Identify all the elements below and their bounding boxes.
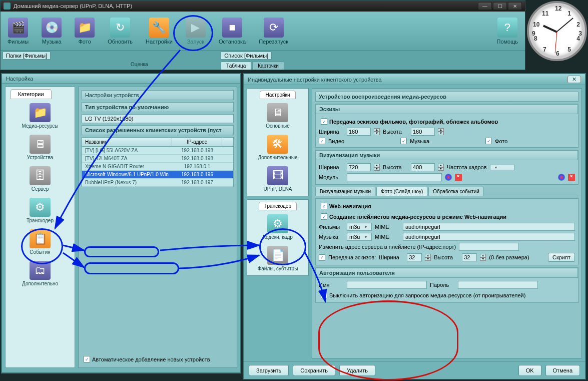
side-files[interactable]: 📄Файлы, субтитры — [249, 244, 306, 273]
tab-cards[interactable]: Карточки — [252, 62, 284, 70]
side-extra[interactable]: 🛠Дополнительные — [249, 133, 306, 162]
restart-button[interactable]: ⟳Перезапуск — [256, 17, 291, 46]
side-codecs[interactable]: ⚙Кодеки, кадр — [249, 212, 306, 242]
spinner[interactable]: ▲▼ — [374, 164, 380, 171]
settings-button[interactable]: 🔧Настройки — [143, 17, 176, 46]
main-toolbar: 🎬Фильмы 💿Музыка 📁Фото ↻Обновить 🔧Настрой… — [1, 12, 525, 51]
default-type-input[interactable] — [82, 114, 234, 123]
subbar: Папки [Фильмы] Список [Фильмы] — [1, 51, 525, 60]
films-icon: 🎬 — [8, 18, 28, 38]
films-format-combo[interactable]: m3u — [347, 223, 372, 231]
default-type-head: Тип устройства по-умолчанию — [82, 102, 234, 112]
help-icon: ? — [497, 18, 517, 38]
tab-slideshow[interactable]: Фото (Слайд-шоу) — [376, 187, 427, 196]
files-icon: 📄 — [267, 246, 288, 265]
auth-pass-input[interactable] — [458, 281, 538, 289]
photo-checkbox[interactable]: ✓ — [485, 138, 492, 144]
load-button[interactable]: Загрузить — [249, 365, 289, 376]
delete-button[interactable]: Удалить — [339, 365, 375, 376]
auth-name-input[interactable] — [347, 281, 427, 289]
save-button[interactable]: Сохранить — [293, 365, 335, 376]
webnav-group: ✓Web-навигация ✓Создание плейлистов меди… — [315, 198, 578, 265]
spinner[interactable]: ▲▼ — [480, 254, 486, 261]
thumb-width-input[interactable] — [347, 128, 371, 136]
settings-content: Настройки устройств Тип устройства по-ум… — [78, 87, 237, 368]
music-format-combo[interactable]: m3u — [347, 233, 372, 241]
cat-server[interactable]: 🗄Сервер — [8, 164, 73, 194]
viz-height-input[interactable] — [411, 163, 435, 171]
main-window: Домашний медиа-сервер (UPnP, DLNA, HTTP)… — [0, 0, 525, 70]
spinner[interactable]: ▲▼ — [374, 128, 380, 135]
view-tabs: Оценка Таблица Карточки — [1, 60, 525, 70]
delete-icon[interactable]: ✕ — [455, 174, 462, 181]
music-button[interactable]: 💿Музыка — [39, 17, 65, 46]
side-main[interactable]: 🖥Основные — [249, 101, 306, 131]
color-icon[interactable] — [445, 174, 452, 181]
advanced-icon: 🗂 — [30, 261, 51, 280]
webnav-checkbox[interactable]: ✓ — [321, 203, 327, 209]
webnav-h-input[interactable] — [462, 253, 477, 261]
side-upnp[interactable]: 🎞UPnP, DLNA — [249, 164, 306, 194]
table-row[interactable]: [TV] [LG] 55LA620V-ZA192.168.0.198 — [82, 147, 233, 155]
video-checkbox[interactable]: ✓ — [319, 138, 325, 144]
close-icon[interactable]: ✕ — [567, 76, 581, 83]
tab-table[interactable]: Таблица — [221, 62, 251, 70]
table-row[interactable]: [TV] 42LM640T-ZA192.168.0.198 — [82, 155, 233, 163]
cat-media[interactable]: 📁Медиа-ресурсы — [8, 101, 73, 131]
auth-disable-checkbox[interactable] — [321, 292, 327, 298]
music-mime-input[interactable] — [403, 233, 575, 241]
spinner[interactable]: ▲▼ — [438, 164, 444, 171]
settings-title: Настройка — [2, 74, 240, 84]
table-row[interactable]: Microsoft-Windows/6.1 UPnP/1.0 Win192.16… — [82, 171, 233, 179]
tab-musicviz[interactable]: Визуализация музыки — [315, 187, 375, 196]
start-button[interactable]: ▶Запуск — [183, 17, 209, 46]
table-row[interactable]: Xtreme N GIGABIT Router192.168.0.1 — [82, 163, 233, 171]
playlists-checkbox[interactable]: ✓ — [321, 213, 327, 220]
webnav-thumbs-checkbox[interactable]: ✓ — [319, 254, 325, 261]
thumb-height-input[interactable] — [411, 128, 435, 136]
spinner[interactable]: ▲▼ — [425, 254, 431, 261]
maximize-button[interactable]: ☐ — [493, 2, 507, 10]
delete-icon[interactable]: ✕ — [568, 174, 575, 181]
side-settings-tab[interactable]: Настройки — [260, 91, 295, 99]
module-input[interactable] — [347, 173, 442, 181]
transcoder-icon: ⚙ — [30, 198, 51, 217]
refresh-button[interactable]: ↻Обновить — [105, 17, 136, 46]
cat-devices[interactable]: 🖥Устройства — [8, 133, 73, 162]
tab-events[interactable]: Обработка событий — [428, 187, 484, 196]
help-button[interactable]: ?Помощь — [494, 17, 521, 46]
minimize-button[interactable]: — — [478, 2, 492, 10]
rating-label: Оценка — [131, 62, 148, 67]
stop-icon: ■ — [222, 18, 242, 38]
cat-transcoder[interactable]: ⚙Транскодер — [8, 196, 73, 225]
col-name[interactable]: Название — [82, 138, 172, 146]
webnav-w-input[interactable] — [407, 253, 422, 261]
col-ip[interactable]: IP-адрес — [172, 138, 222, 146]
autoadd-checkbox[interactable]: ✓ — [84, 356, 90, 362]
films-button[interactable]: 🎬Фильмы — [5, 17, 32, 46]
music-checkbox[interactable]: ✓ — [400, 138, 407, 144]
app-icon — [4, 3, 11, 10]
script-button[interactable]: Скрипт — [548, 253, 575, 262]
stop-button[interactable]: ■Остановка — [216, 17, 249, 46]
close-button[interactable]: ✕ — [508, 2, 522, 10]
spinner[interactable]: ▲▼ — [438, 128, 444, 135]
color-icon[interactable] — [558, 174, 565, 181]
cat-advanced[interactable]: 🗂Дополнительно — [8, 259, 73, 288]
autoadd-row[interactable]: ✓ Автоматическое добавление новых устрой… — [82, 354, 234, 364]
photo-button[interactable]: 📁Фото — [72, 17, 98, 46]
ok-button[interactable]: OK — [518, 365, 541, 376]
settings-dialog: Настройка Категории 📁Медиа-ресурсы 🖥Устр… — [1, 73, 241, 373]
cat-events[interactable]: 📋События — [8, 227, 73, 257]
list-label: Список [Фильмы] — [221, 52, 272, 60]
categories-tab[interactable]: Категории — [11, 89, 52, 99]
server-addr-input[interactable] — [459, 243, 519, 251]
table-row[interactable]: BubbleUPnP (Nexus 7)192.168.0.197 — [82, 179, 233, 187]
fps-combo[interactable] — [490, 165, 515, 170]
films-mime-input[interactable] — [403, 223, 575, 231]
cancel-button[interactable]: Отмена — [545, 365, 580, 376]
side-transcoder-tab[interactable]: Транскодер — [259, 202, 297, 210]
viz-width-input[interactable] — [347, 163, 371, 171]
thumbs-transfer-checkbox[interactable]: ✓ — [321, 118, 327, 125]
device-table: Название IP-адрес [TV] [LG] 55LA620V-ZA1… — [82, 137, 234, 187]
